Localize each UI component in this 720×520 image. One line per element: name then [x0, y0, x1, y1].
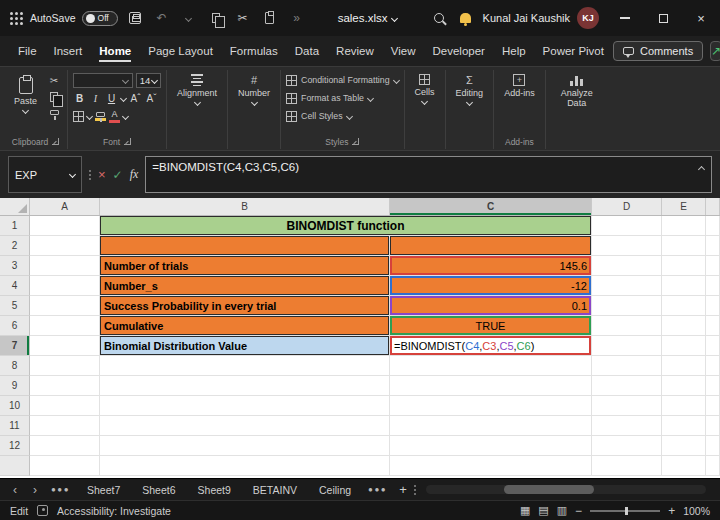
- cell[interactable]: [706, 436, 720, 456]
- bold-button[interactable]: B: [73, 91, 86, 106]
- notification-bell-icon[interactable]: [456, 6, 476, 30]
- filename-dropdown-icon[interactable]: [391, 14, 398, 21]
- more-sheets-right-icon[interactable]: ●●●: [363, 485, 392, 494]
- tab-developer[interactable]: Developer: [425, 38, 493, 64]
- cell[interactable]: [662, 376, 706, 396]
- cell[interactable]: [30, 356, 100, 376]
- cell-a1[interactable]: [30, 216, 100, 236]
- cell[interactable]: [592, 356, 662, 376]
- styles-dialog-launcher-icon[interactable]: [352, 138, 359, 145]
- addins-button[interactable]: + Add-ins: [499, 71, 540, 101]
- cell-a3[interactable]: [30, 256, 100, 276]
- tab-home[interactable]: Home: [91, 38, 139, 64]
- name-box-dropdown-icon[interactable]: [69, 171, 76, 178]
- alignment-dropdown-icon[interactable]: [193, 99, 200, 106]
- cell-b7-label[interactable]: Binomial Distribution Value: [100, 336, 390, 356]
- cell-e5[interactable]: [662, 296, 706, 316]
- tab-page-layout[interactable]: Page Layout: [140, 38, 221, 64]
- cell-e7[interactable]: [662, 336, 706, 356]
- cell[interactable]: [390, 356, 592, 376]
- font-size-select[interactable]: 14: [136, 73, 161, 88]
- new-sheet-button[interactable]: +: [394, 482, 412, 497]
- cell-e6[interactable]: [662, 316, 706, 336]
- sheet-nav-left-icon[interactable]: ‹: [6, 483, 24, 497]
- cells-dropdown-icon[interactable]: [421, 98, 428, 105]
- cell-f4[interactable]: [706, 276, 720, 296]
- cell-c3-value[interactable]: 145.6: [390, 256, 592, 276]
- cells-button[interactable]: Cells: [410, 71, 440, 107]
- cell[interactable]: [662, 396, 706, 416]
- column-header-c[interactable]: C: [390, 198, 592, 215]
- formula-input[interactable]: =BINOMDIST(C4,C3,C5,C6): [145, 156, 712, 193]
- conditional-formatting-dropdown-icon[interactable]: [393, 76, 400, 83]
- editing-button[interactable]: Σ Editing: [451, 71, 489, 108]
- more-sheets-left-icon[interactable]: ●●●: [46, 485, 75, 494]
- cell[interactable]: [100, 356, 390, 376]
- zoom-level[interactable]: 100%: [683, 505, 710, 517]
- sheet-tab-ceiling[interactable]: Ceiling: [309, 479, 361, 501]
- share-button[interactable]: ↗: [710, 41, 720, 61]
- zoom-slider-knob[interactable]: [625, 507, 628, 515]
- cell-f5[interactable]: [706, 296, 720, 316]
- number-button[interactable]: # Number: [233, 71, 275, 108]
- font-dialog-launcher-icon[interactable]: [124, 138, 131, 145]
- conditional-formatting-button[interactable]: Conditional Formatting: [286, 71, 399, 89]
- analyze-data-button[interactable]: Analyze Data: [551, 71, 603, 112]
- clipboard-icon[interactable]: [260, 6, 280, 30]
- borders-dropdown-icon[interactable]: [86, 112, 93, 119]
- row-header-3[interactable]: 3: [0, 256, 30, 276]
- cell-f3[interactable]: [706, 256, 720, 276]
- cell[interactable]: [100, 456, 390, 476]
- undo-icon[interactable]: ↶: [152, 6, 172, 30]
- grow-font-button[interactable]: Aˆ: [129, 91, 142, 106]
- comments-button[interactable]: Comments: [613, 41, 703, 61]
- cell-a2[interactable]: [30, 236, 100, 256]
- cell[interactable]: [100, 396, 390, 416]
- column-header-b[interactable]: B: [100, 198, 390, 215]
- italic-button[interactable]: I: [89, 91, 102, 106]
- cell-f7[interactable]: [706, 336, 720, 356]
- copy-icon[interactable]: [206, 6, 226, 30]
- undo-dropdown-icon[interactable]: [179, 6, 199, 30]
- cell-d5[interactable]: [592, 296, 662, 316]
- accessibility-status[interactable]: Accessibility: Investigate: [57, 505, 171, 517]
- cell-e3[interactable]: [662, 256, 706, 276]
- cell-styles-button[interactable]: Cell Styles: [286, 107, 399, 125]
- zoom-out-icon[interactable]: −: [575, 504, 582, 518]
- cell[interactable]: [390, 436, 592, 456]
- tab-file[interactable]: File: [10, 38, 45, 64]
- font-color-dropdown-icon[interactable]: [122, 112, 129, 119]
- horizontal-scrollbar-thumb[interactable]: [504, 485, 594, 494]
- cell-d6[interactable]: [592, 316, 662, 336]
- confirm-entry-icon[interactable]: ✓: [113, 168, 123, 182]
- cell-d1[interactable]: [592, 216, 662, 236]
- cell-e1[interactable]: [662, 216, 706, 236]
- cell-c2[interactable]: [390, 236, 592, 256]
- cell-d3[interactable]: [592, 256, 662, 276]
- font-name-dropdown-icon[interactable]: [122, 76, 129, 83]
- cell-b2[interactable]: [100, 236, 390, 256]
- normal-view-icon[interactable]: ▦: [520, 504, 530, 517]
- more-commands-icon[interactable]: »: [287, 6, 307, 30]
- cell[interactable]: [592, 456, 662, 476]
- row-header-13[interactable]: [0, 456, 30, 476]
- cell[interactable]: [662, 436, 706, 456]
- cell[interactable]: [100, 416, 390, 436]
- row-header-2[interactable]: 2: [0, 236, 30, 256]
- cancel-entry-icon[interactable]: ×: [98, 167, 106, 182]
- cell-b3-label[interactable]: Number of trials: [100, 256, 390, 276]
- insert-function-icon[interactable]: fx: [130, 167, 139, 182]
- collapse-formula-bar-icon[interactable]: [698, 166, 705, 173]
- column-header-e[interactable]: E: [662, 198, 706, 215]
- tab-formulas[interactable]: Formulas: [222, 38, 286, 64]
- row-header-7[interactable]: 7: [0, 336, 30, 356]
- cell-c5-value[interactable]: 0.1: [390, 296, 592, 316]
- cell-b4-label[interactable]: Number_s: [100, 276, 390, 296]
- cell[interactable]: [662, 416, 706, 436]
- zoom-slider[interactable]: [590, 510, 660, 512]
- shrink-font-button[interactable]: Aˇ: [145, 91, 158, 106]
- row-header-10[interactable]: 10: [0, 396, 30, 416]
- borders-icon[interactable]: [73, 111, 84, 122]
- cell[interactable]: [30, 436, 100, 456]
- save-icon[interactable]: [125, 6, 145, 30]
